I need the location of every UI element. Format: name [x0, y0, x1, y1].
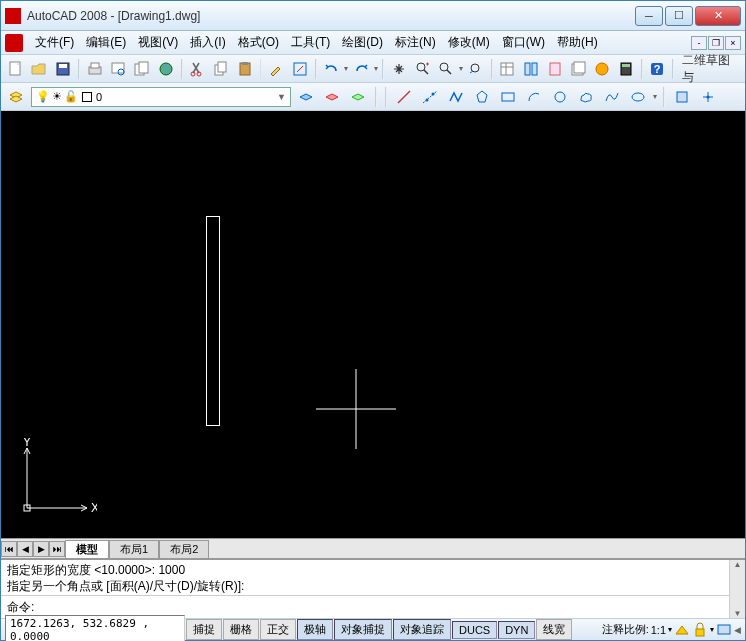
- grid-toggle[interactable]: 栅格: [223, 619, 259, 640]
- line-icon[interactable]: [393, 86, 415, 108]
- help-icon[interactable]: ?: [647, 58, 669, 80]
- minimize-button[interactable]: ─: [635, 6, 663, 26]
- open-icon[interactable]: [29, 58, 51, 80]
- mdi-restore[interactable]: ❐: [708, 36, 724, 50]
- quickcalc-icon[interactable]: [615, 58, 637, 80]
- tab-navigation: ⏮ ◀ ▶ ⏭: [1, 541, 65, 557]
- mdi-minimize[interactable]: -: [691, 36, 707, 50]
- tab-last-button[interactable]: ⏭: [49, 541, 65, 557]
- publish-icon[interactable]: [131, 58, 153, 80]
- mdi-close[interactable]: ×: [725, 36, 741, 50]
- zoom-realtime-icon[interactable]: [412, 58, 434, 80]
- svg-rect-28: [622, 64, 630, 67]
- polygon-icon[interactable]: [471, 86, 493, 108]
- plot-preview-icon[interactable]: [108, 58, 130, 80]
- lwt-toggle[interactable]: 线宽: [536, 619, 572, 640]
- layer-dropdown[interactable]: 💡 ☀ 🔓 0 ▼: [31, 87, 291, 107]
- cut-icon[interactable]: [187, 58, 209, 80]
- layer-states-icon[interactable]: [321, 86, 343, 108]
- svg-rect-8: [139, 62, 148, 73]
- snap-toggle[interactable]: 捕捉: [186, 619, 222, 640]
- copy-icon[interactable]: [210, 58, 232, 80]
- clean-screen-icon[interactable]: [716, 622, 732, 638]
- revision-cloud-icon[interactable]: [575, 86, 597, 108]
- tray-expand-icon[interactable]: ◀: [734, 625, 741, 635]
- menu-format[interactable]: 格式(O): [232, 32, 285, 53]
- sheet-set-icon[interactable]: [568, 58, 590, 80]
- polar-toggle[interactable]: 极轴: [297, 619, 333, 640]
- lock-tray-icon[interactable]: [692, 622, 708, 638]
- tab-first-button[interactable]: ⏮: [1, 541, 17, 557]
- menu-modify[interactable]: 修改(M): [442, 32, 496, 53]
- menu-help[interactable]: 帮助(H): [551, 32, 604, 53]
- ortho-toggle[interactable]: 正交: [260, 619, 296, 640]
- command-scrollbar[interactable]: ▲▼: [729, 560, 745, 618]
- match-prop-icon[interactable]: [265, 58, 287, 80]
- ellipse-icon[interactable]: [627, 86, 649, 108]
- menu-draw[interactable]: 绘图(D): [336, 32, 389, 53]
- properties-icon[interactable]: [497, 58, 519, 80]
- ucs-icon: X Y: [17, 438, 97, 518]
- circle-icon[interactable]: [549, 86, 571, 108]
- ducs-toggle[interactable]: DUCS: [452, 621, 497, 639]
- layer-match-icon[interactable]: [347, 86, 369, 108]
- layer-properties-icon[interactable]: [5, 86, 27, 108]
- annotation-visibility-icon[interactable]: [674, 622, 690, 638]
- threed-dwf-icon[interactable]: [155, 58, 177, 80]
- separator: [375, 87, 377, 107]
- standard-toolbar: ▾ ▾ ▾ ? 二维草图与: [1, 55, 745, 83]
- lightbulb-icon: 💡: [36, 90, 50, 103]
- svg-point-26: [596, 63, 608, 75]
- arc-icon[interactable]: [523, 86, 545, 108]
- rectangle-icon[interactable]: [497, 86, 519, 108]
- svg-point-34: [555, 92, 565, 102]
- menu-tools[interactable]: 工具(T): [285, 32, 336, 53]
- otrack-toggle[interactable]: 对象追踪: [393, 619, 451, 640]
- construction-line-icon[interactable]: [419, 86, 441, 108]
- svg-rect-33: [502, 93, 514, 101]
- ucs-y-label: Y: [23, 438, 31, 449]
- zoom-window-icon[interactable]: [435, 58, 457, 80]
- menu-insert[interactable]: 插入(I): [184, 32, 231, 53]
- menu-file[interactable]: 文件(F): [29, 32, 80, 53]
- workspace-label: 二维草图与: [682, 52, 741, 86]
- menu-window[interactable]: 窗口(W): [496, 32, 551, 53]
- polyline-icon[interactable]: [445, 86, 467, 108]
- spline-icon[interactable]: [601, 86, 623, 108]
- maximize-button[interactable]: ☐: [665, 6, 693, 26]
- acad-icon[interactable]: [5, 34, 23, 52]
- dyn-toggle[interactable]: DYN: [498, 621, 535, 639]
- tab-model[interactable]: 模型: [65, 540, 109, 558]
- menu-edit[interactable]: 编辑(E): [80, 32, 132, 53]
- tab-next-button[interactable]: ▶: [33, 541, 49, 557]
- layer-previous-icon[interactable]: [295, 86, 317, 108]
- make-block-icon[interactable]: [671, 86, 693, 108]
- menu-view[interactable]: 视图(V): [132, 32, 184, 53]
- pan-icon[interactable]: [388, 58, 410, 80]
- menu-dimension[interactable]: 标注(N): [389, 32, 442, 53]
- redo-icon[interactable]: [350, 58, 372, 80]
- new-icon[interactable]: [5, 58, 27, 80]
- svg-rect-22: [532, 63, 537, 75]
- design-center-icon[interactable]: [520, 58, 542, 80]
- point-icon[interactable]: [697, 86, 719, 108]
- undo-icon[interactable]: [321, 58, 343, 80]
- svg-rect-15: [242, 62, 248, 65]
- close-button[interactable]: ✕: [695, 6, 741, 26]
- zoom-previous-icon[interactable]: [465, 58, 487, 80]
- window-controls: ─ ☐ ✕: [635, 6, 741, 26]
- plot-icon[interactable]: [84, 58, 106, 80]
- drawing-canvas[interactable]: X Y: [1, 111, 745, 538]
- tab-layout2[interactable]: 布局2: [159, 540, 209, 558]
- tab-layout1[interactable]: 布局1: [109, 540, 159, 558]
- annotation-scale-value[interactable]: 1:1: [651, 624, 666, 636]
- osnap-toggle[interactable]: 对象捕捉: [334, 619, 392, 640]
- paste-icon[interactable]: [234, 58, 256, 80]
- ucs-x-label: X: [91, 501, 97, 515]
- save-icon[interactable]: [52, 58, 74, 80]
- markup-icon[interactable]: [591, 58, 613, 80]
- tool-palettes-icon[interactable]: [544, 58, 566, 80]
- tab-prev-button[interactable]: ◀: [17, 541, 33, 557]
- coordinates-readout[interactable]: 1672.1263, 532.6829 , 0.0000: [5, 615, 185, 642]
- block-editor-icon[interactable]: [289, 58, 311, 80]
